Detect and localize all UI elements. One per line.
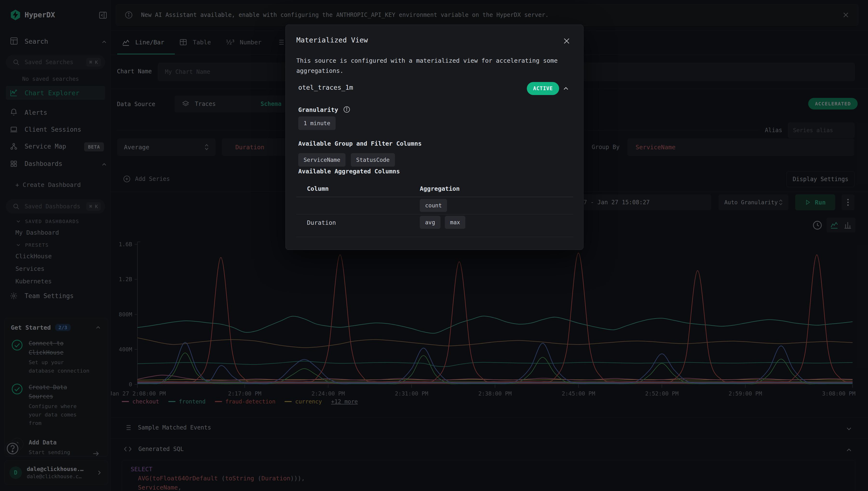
granularity-chip-row: 1 minute xyxy=(298,116,336,130)
materialized-view-name: otel_traces_1m xyxy=(298,84,353,91)
info-icon[interactable] xyxy=(343,106,350,113)
table-row-column-value: Duration xyxy=(307,219,336,226)
table-divider xyxy=(296,237,573,237)
table-row-aggs: count xyxy=(420,199,447,212)
agg-chip: count xyxy=(420,199,447,212)
modal-title: Materialized View xyxy=(296,36,368,44)
table-row-aggs: avg max xyxy=(420,216,465,229)
table-header-aggregation: Aggregation xyxy=(420,185,460,192)
group-filter-columns-label: Available Group and Filter Columns xyxy=(298,140,422,147)
table-divider xyxy=(296,214,573,214)
active-status-badge: ACTIVE xyxy=(527,82,559,95)
app-root: 0400M800M1.2B1.6BJan 27 2:08:00 PM2:17:0… xyxy=(0,0,868,491)
table-header-column: Column xyxy=(307,185,329,192)
agg-chip: max xyxy=(445,216,466,229)
modal-close-icon[interactable] xyxy=(563,37,571,45)
materialized-view-modal: Materialized View This source is configu… xyxy=(286,25,583,250)
granularity-label: Granularity xyxy=(298,106,338,113)
collapse-chevron-up-icon[interactable] xyxy=(562,85,570,92)
granularity-chip: 1 minute xyxy=(298,116,336,130)
column-chip: ServiceName xyxy=(298,153,346,167)
modal-description: This source is configured with a materia… xyxy=(296,56,574,76)
agg-chip: avg xyxy=(420,216,441,229)
group-filter-chip-row: ServiceName StatusCode xyxy=(298,153,395,167)
aggregated-columns-label: Available Aggregated Columns xyxy=(298,168,400,175)
column-chip: StatusCode xyxy=(351,153,395,167)
